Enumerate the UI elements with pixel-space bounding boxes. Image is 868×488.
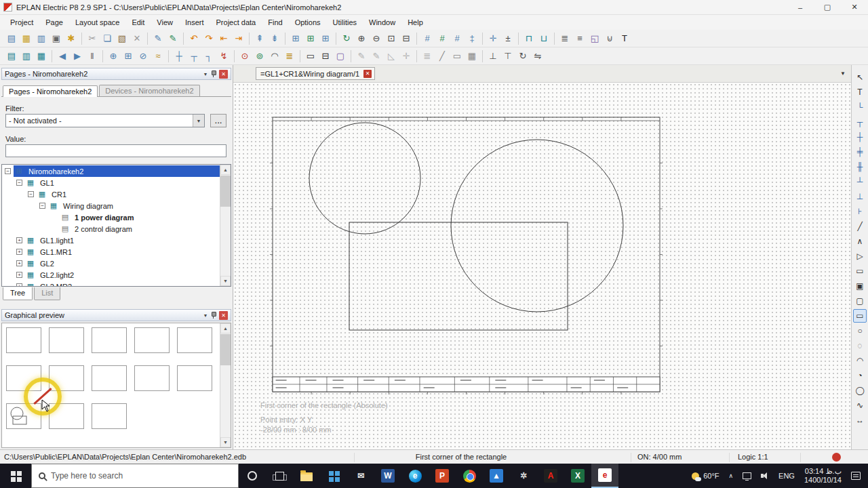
connection-cross-icon[interactable]: ┼ [172, 49, 186, 63]
grid-a-icon[interactable]: ⊞ [289, 32, 302, 45]
scroll-down-icon[interactable] [220, 437, 231, 447]
polygon-icon[interactable]: ▷ [853, 249, 867, 263]
zoom-window-icon[interactable]: ⊡ [384, 32, 398, 45]
expand-icon[interactable]: + [16, 272, 22, 278]
scroll-down-icon[interactable] [220, 276, 231, 286]
shield-icon[interactable]: ◠ [268, 49, 281, 63]
scroll-up-icon[interactable] [220, 323, 231, 333]
jump-previous-icon[interactable]: ↶ [187, 32, 201, 45]
task-view-button[interactable] [266, 464, 293, 488]
ellipse-icon[interactable]: ◯ [853, 384, 867, 397]
increment-icon[interactable]: ± [501, 32, 515, 45]
pin-icon[interactable] [210, 70, 217, 79]
expand-icon[interactable]: + [16, 249, 22, 255]
edge-taskbar-button[interactable] [401, 464, 429, 488]
clock[interactable]: 03:14 ب.ظ 1400/10/14 [800, 464, 846, 488]
tree-item-niromoharekeh2[interactable]: −⊞Niromoharekeh2 [2, 165, 220, 177]
jumper-icon[interactable]: ╪ [853, 145, 867, 159]
stop-action-icon[interactable]: ‖ [85, 49, 99, 63]
grid-display-icon[interactable]: # [420, 32, 434, 45]
menu-page[interactable]: Page [39, 15, 69, 30]
connection-corner-icon[interactable]: └ [853, 100, 867, 114]
panel-menu-chevron-icon[interactable] [201, 310, 210, 320]
edit-graphic-icon[interactable]: ✎ [166, 32, 180, 45]
arc-icon[interactable]: ◠ [853, 354, 867, 367]
grid-c-icon[interactable]: ⊞ [319, 32, 332, 45]
connection-cross-icon[interactable]: ┼ [853, 130, 867, 144]
weather-widget[interactable]: 60°F [687, 464, 724, 488]
tree-scrollbar[interactable] [220, 165, 231, 286]
polyline-icon[interactable]: ∧ [853, 235, 867, 248]
selection-icon[interactable]: ↖ [853, 70, 867, 84]
network-button[interactable] [738, 464, 756, 488]
cut-icon[interactable]: ✂ [85, 32, 99, 45]
sector-icon[interactable]: ◔ [853, 369, 867, 382]
chrome-taskbar-button[interactable] [456, 464, 483, 488]
document-tab[interactable]: =GL1+CR1&Wiring diagram/1 [256, 67, 375, 80]
drawing-canvas[interactable]: First corner of the rectangle (Absolute)… [233, 83, 851, 449]
graphic-navigator-icon[interactable]: ▦ [35, 49, 48, 63]
net-definition-icon[interactable]: ⊦ [853, 205, 867, 218]
rectangle-2point-icon[interactable]: ▭ [853, 264, 867, 278]
tab-devices[interactable]: Devices - Niromoharekeh2 [99, 85, 199, 96]
page-forward-icon[interactable]: ⇥ [232, 32, 245, 45]
connection-tee-icon[interactable]: ┬ [187, 49, 201, 63]
page-thumbnail-5[interactable] [177, 327, 212, 353]
connection-corner-icon[interactable]: ┐ [202, 49, 216, 63]
new-icon[interactable]: ▤ [5, 32, 18, 45]
symbol-macro-icon[interactable]: ⊔ [537, 32, 551, 45]
menu-options[interactable]: Options [289, 15, 327, 30]
jump-next-icon[interactable]: ↷ [202, 32, 216, 45]
cortana-button[interactable] [239, 464, 266, 488]
rectangle-graphic-icon[interactable]: ▭ [450, 49, 464, 63]
tree-item-1-power-diagram[interactable]: ▤1 power diagram [2, 211, 220, 223]
menu-utilities[interactable]: Utilities [327, 15, 363, 30]
tree-item-2-control-diagram[interactable]: ▤2 control diagram [2, 223, 220, 235]
spline-icon[interactable]: ∿ [853, 399, 867, 412]
mail-taskbar-button[interactable]: ✉ [347, 464, 374, 488]
grid-b-icon[interactable]: ⊞ [304, 32, 317, 45]
close-icon[interactable] [841, 0, 868, 15]
open-icon[interactable]: ▦ [20, 32, 33, 45]
expand-icon[interactable]: + [16, 237, 22, 243]
page-thumbnail-3[interactable] [92, 327, 127, 353]
expand-icon[interactable]: + [16, 260, 22, 266]
structure-box-icon[interactable]: ▢ [334, 49, 347, 63]
menu-edit[interactable]: Edit [125, 15, 151, 30]
plc-box-icon[interactable]: ⊟ [319, 49, 332, 63]
tree-item-gl2-mr2[interactable]: +▦GL2.MR2 [2, 281, 220, 286]
menu-help[interactable]: Help [401, 15, 429, 30]
page-thumbnail-1[interactable] [6, 327, 41, 353]
copy-icon[interactable]: ❏ [100, 32, 114, 45]
previous-page-icon[interactable]: ⇞ [253, 32, 267, 45]
page-thumbnail-8[interactable] [92, 365, 127, 391]
scrollbar-thumb[interactable] [220, 334, 231, 365]
tree-item-gl1-light1[interactable]: +▦GL1.light1 [2, 235, 220, 246]
scroll-up-icon[interactable] [220, 165, 231, 175]
insert-terminal-icon[interactable]: ⊘ [136, 49, 150, 63]
align-rows-icon[interactable]: ≣ [558, 32, 572, 45]
settings-taskbar-button[interactable]: ✲ [510, 464, 537, 488]
align-top-icon[interactable]: ⊤ [501, 49, 515, 63]
collapse-icon[interactable]: − [16, 180, 22, 186]
print-icon[interactable]: ▣ [50, 32, 63, 45]
dimension-icon[interactable]: ↔ [853, 413, 867, 427]
page-thumbnail-13[interactable] [92, 403, 127, 429]
tree-item-gl1[interactable]: −▦GL1 [2, 177, 220, 188]
pin-icon[interactable] [210, 311, 217, 320]
menu-insert[interactable]: Insert [179, 15, 210, 30]
circle-icon[interactable]: ○ [853, 324, 867, 338]
tray-expand-icon[interactable]: ∧ [724, 464, 738, 488]
potential-definition-icon[interactable]: ⊚ [253, 49, 267, 63]
rectangle-center-icon[interactable]: ▣ [853, 279, 867, 293]
window-macro-icon[interactable]: ⊓ [522, 32, 536, 45]
panel-close-icon[interactable] [219, 70, 228, 79]
value-input[interactable] [5, 144, 226, 157]
potential-connection-icon[interactable]: ⊙ [238, 49, 252, 63]
snap-to-grid-icon[interactable]: ‡ [465, 32, 479, 45]
image-graphic-icon[interactable]: ▦ [465, 49, 479, 63]
tree-item-gl1-mr1[interactable]: +▦GL1.MR1 [2, 246, 220, 258]
menu-view[interactable]: View [151, 15, 179, 30]
file-explorer-taskbar-button[interactable] [293, 464, 320, 488]
panel-close-icon[interactable] [219, 311, 228, 320]
